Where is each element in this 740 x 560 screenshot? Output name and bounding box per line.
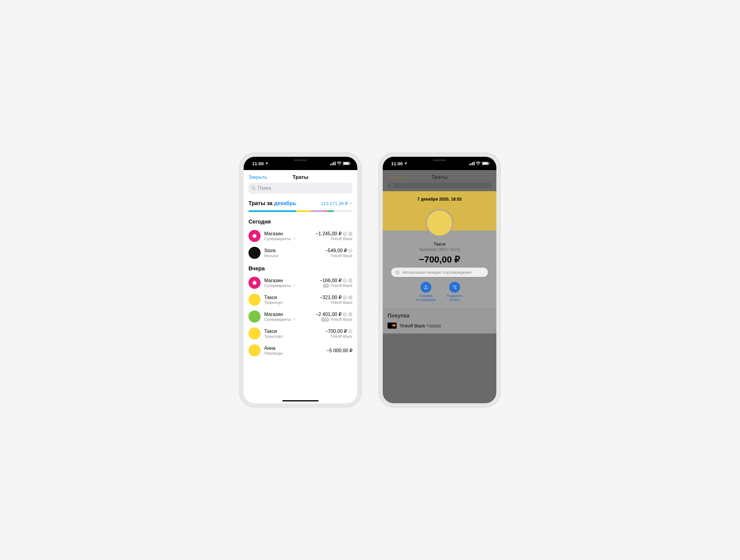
transaction-amount: −1 245,00 ₽ <box>315 231 353 236</box>
home-indicator[interactable] <box>282 400 318 402</box>
status-time: 11:00 <box>391 161 403 166</box>
search-input[interactable]: Поиск <box>249 183 353 194</box>
status-time: 11:00 <box>252 161 264 166</box>
transaction-category: Переводы <box>264 351 323 355</box>
count-badge: +24 <box>321 318 329 322</box>
basket-icon <box>249 277 261 289</box>
close-button[interactable]: Закрыть <box>249 175 267 180</box>
merchant-icon <box>249 327 261 339</box>
chevron-down-icon <box>349 202 353 205</box>
phone-right: 11:00 Закрыть Траты 7 декабря 2020, 18:0… <box>379 153 500 407</box>
transaction-category: Супермаркеты <box>264 236 312 241</box>
merchant-icon <box>249 344 261 356</box>
svg-point-25 <box>455 288 456 289</box>
location-icon <box>404 161 407 165</box>
category-bar[interactable] <box>249 210 353 212</box>
screen-transaction-detail: Закрыть Траты 7 декабря 2020, 18:02 Такс… <box>383 170 496 403</box>
merchant-icon <box>426 209 453 236</box>
split-icon <box>449 282 460 293</box>
transaction-amount: −166,00 ₽ <box>319 277 353 283</box>
svg-rect-2 <box>333 162 334 165</box>
svg-rect-1 <box>332 163 333 165</box>
transaction-name: Магазин <box>264 278 316 283</box>
down-icon <box>348 312 353 317</box>
transaction-card: Tinkoff Black <box>325 334 353 339</box>
transaction-row[interactable]: МагазинСупермаркеты −166,00 ₽+1 Tinkoff … <box>244 274 357 291</box>
transaction-row[interactable]: МагазинСупермаркеты −1 245,00 ₽Tinkoff B… <box>244 227 357 244</box>
transaction-name: Store <box>264 248 321 253</box>
clock-icon <box>348 249 353 253</box>
svg-rect-17 <box>472 162 473 165</box>
summary-row[interactable]: Траты за декабрь 113 171,39 ₽ <box>244 197 357 208</box>
phone-notch <box>412 157 467 165</box>
navbar: Закрыть Траты <box>383 170 496 183</box>
clock-icon <box>343 232 347 236</box>
split-action[interactable]: Разделить оплату <box>447 282 462 302</box>
transaction-amount: −700,00 ₽ <box>325 328 353 334</box>
transaction-category: Транспорт <box>264 300 316 305</box>
transaction-card: +24 Tinkoff Black <box>315 317 353 322</box>
svg-rect-5 <box>343 162 349 164</box>
transaction-amount: −321,00 ₽ <box>319 295 353 300</box>
svg-rect-20 <box>482 162 488 164</box>
transaction-name: Такси <box>264 295 316 300</box>
card-row[interactable]: Tinkoff Black * <box>387 323 491 329</box>
cellular-icon <box>330 161 336 165</box>
transaction-name: Магазин <box>264 312 312 317</box>
merchant-icon <box>249 294 261 306</box>
svg-rect-6 <box>350 163 350 164</box>
transaction-row[interactable]: МагазинСупермаркеты −2 401,00 ₽+24 Tinko… <box>244 308 357 325</box>
navbar: Закрыть Траты <box>244 170 357 183</box>
search-icon <box>252 186 256 191</box>
detail-body: Такси Транспорт (MCC 4121) −700,00 ₽ Авт… <box>383 230 496 308</box>
section-header: Сегодня <box>244 214 357 227</box>
status-pill: Авторизация ожидает подтверждения <box>391 267 488 277</box>
svg-rect-0 <box>330 164 331 165</box>
transaction-row[interactable]: StoreМузыка−549,00 ₽Tinkoff Black <box>244 244 357 261</box>
clock-icon <box>343 312 347 317</box>
close-button[interactable]: Закрыть <box>387 175 406 180</box>
down-icon <box>348 278 353 283</box>
merchant-category: Транспорт (MCC 4121) <box>383 247 496 252</box>
transaction-amount: −2 401,00 ₽ <box>315 311 353 317</box>
receipt-action[interactable]: Справка по операции <box>416 282 436 302</box>
transaction-name: Такси <box>264 329 321 334</box>
transaction-card: Tinkoff Black <box>325 253 353 258</box>
transaction-row[interactable]: ТаксиТранспорт−700,00 ₽Tinkoff Black <box>244 325 357 342</box>
battery-icon <box>343 161 351 165</box>
search-icon <box>390 184 394 188</box>
svg-point-26 <box>455 286 456 286</box>
merchant-icon <box>249 247 261 259</box>
clock-icon <box>343 278 347 283</box>
transaction-name: Анна <box>264 346 323 351</box>
summary-title: Траты за декабрь <box>249 200 296 207</box>
basket-icon <box>249 230 261 242</box>
merchant-icon <box>249 311 261 323</box>
down-icon <box>348 232 353 236</box>
detail-date: 7 декабря 2020, 18:02 <box>387 197 491 202</box>
transaction-category: Транспорт <box>264 334 321 339</box>
battery-icon <box>482 161 490 165</box>
transaction-category: Супермаркеты <box>264 317 312 322</box>
count-badge: +1 <box>323 284 329 288</box>
summary-total[interactable]: 113 171,39 ₽ <box>321 201 353 206</box>
wifi-icon <box>476 161 481 165</box>
transaction-row[interactable]: АннаПереводы−5 000,00 ₽ <box>244 342 357 359</box>
phone-left: 11:00 Закрыть Траты Поиск Траты за декаб… <box>240 153 361 407</box>
clock-icon <box>395 270 400 274</box>
transaction-card: +1 Tinkoff Black <box>319 283 353 288</box>
cellular-icon <box>469 161 475 165</box>
detail-header: 7 декабря 2020, 18:02 <box>383 191 496 230</box>
detail-amount: −700,00 ₽ <box>383 254 496 264</box>
transaction-category: Музыка <box>264 253 321 258</box>
transaction-card: Tinkoff Black <box>315 236 353 241</box>
down-icon <box>348 296 353 300</box>
svg-rect-16 <box>471 163 472 165</box>
transaction-amount: −549,00 ₽ <box>325 248 353 253</box>
transaction-row[interactable]: ТаксиТранспорт−321,00 ₽Tinkoff Black <box>244 291 357 308</box>
wifi-icon <box>337 161 342 165</box>
purchase-section: Покупка Tinkoff Black * <box>383 308 496 333</box>
clock-icon <box>343 296 347 300</box>
screen-expenses-list: Закрыть Траты Поиск Траты за декабрь 113… <box>244 170 357 403</box>
svg-rect-3 <box>335 161 336 165</box>
